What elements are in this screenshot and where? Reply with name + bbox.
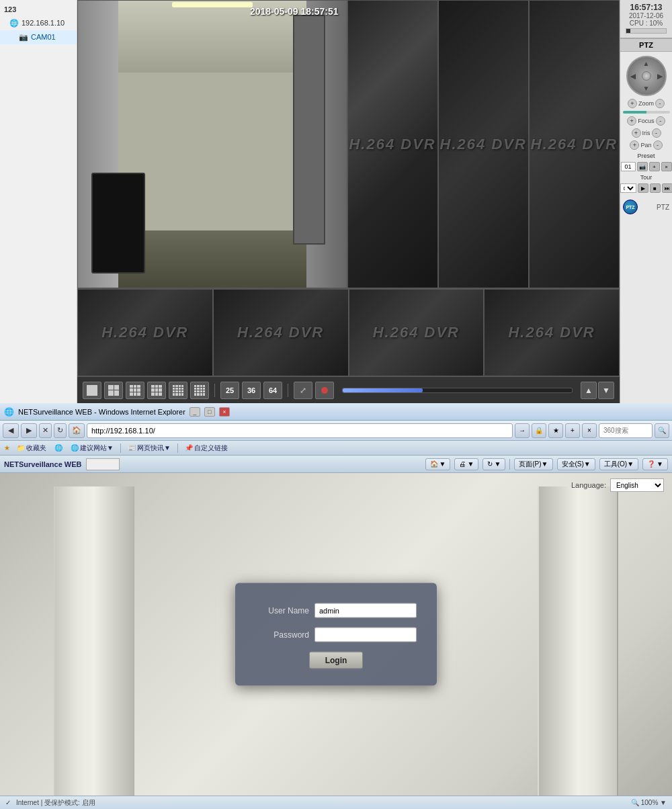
site-input	[86, 458, 120, 470]
address-bar[interactable]	[87, 423, 513, 438]
password-input[interactable]	[314, 628, 417, 642]
nav-down-button[interactable]: ▼	[598, 382, 614, 399]
tour-end-btn[interactable]: ⏭	[662, 183, 673, 193]
btn-36[interactable]: 36	[242, 382, 261, 399]
layout-multi-button[interactable]	[190, 382, 209, 399]
focus-minus-btn[interactable]: +	[627, 116, 636, 126]
ptz-controls: ▲ ▼ ◀ ▶ + Zoom - + Focus -	[620, 52, 672, 218]
ptz-center-btn[interactable]	[642, 71, 651, 81]
tour-stop-btn[interactable]: ■	[650, 183, 661, 193]
expand-button[interactable]: ⤢	[294, 382, 312, 399]
refresh-tb-btn[interactable]: ↻▼	[482, 458, 505, 470]
bm-separator-2	[177, 443, 178, 453]
add-btn[interactable]: +	[565, 423, 580, 438]
zoom-slider[interactable]	[623, 111, 670, 114]
search-btn[interactable]: 🔍	[655, 423, 669, 438]
monitor	[91, 173, 145, 273]
pan-row: + Pan -	[630, 140, 662, 150]
login-btn-row: Login	[255, 652, 417, 669]
favorites-btn[interactable]: ★	[548, 423, 563, 438]
tools-tb-btn[interactable]: 工具(O)▼	[599, 458, 638, 470]
layout-4-button[interactable]	[104, 382, 123, 399]
home-button[interactable]: 🏠	[69, 423, 85, 438]
pan-plus-btn[interactable]: -	[653, 140, 663, 150]
bm-webslice[interactable]: 📰 网页快讯▼	[125, 442, 173, 454]
bm-icon1[interactable]: 🌐	[52, 442, 65, 454]
print-tb-btn[interactable]: 🖨▼	[454, 458, 478, 470]
zoom-plus-btn[interactable]: -	[655, 99, 665, 108]
expand-icon: ⤢	[300, 386, 306, 395]
bm-suggest[interactable]: 🌐 建议网站▼	[68, 442, 116, 454]
browser-titlebar: 🌐 NETSurveillance WEB - Windows Internet…	[0, 403, 672, 421]
layout-12-button[interactable]	[147, 382, 166, 399]
dvr-date: 2017-12-06	[623, 12, 669, 19]
main-camera-feed[interactable]: 2018-05-09 18:57:51	[77, 0, 347, 288]
pan-minus-btn[interactable]: +	[630, 140, 639, 150]
bottom-camera-3[interactable]: H.264 DVR	[349, 289, 485, 376]
stop-button[interactable]: ✕	[39, 423, 52, 438]
iris-minus-btn[interactable]: +	[632, 128, 641, 138]
bottom-camera-2[interactable]: H.264 DVR	[213, 289, 349, 376]
iris-plus-btn[interactable]: -	[652, 128, 661, 138]
side-camera-3[interactable]: H.264 DVR	[529, 0, 620, 288]
btn-64[interactable]: 64	[263, 382, 282, 399]
bottom-camera-1[interactable]: H.264 DVR	[77, 289, 213, 376]
close-button[interactable]: ×	[219, 407, 230, 417]
dvr-watermark-4: H.264 DVR	[101, 324, 188, 341]
ptz-label: PTZ	[620, 38, 672, 52]
side-camera-1[interactable]: H.264 DVR	[347, 0, 438, 288]
zoom-slider-row	[623, 111, 670, 114]
password-row: Password	[255, 628, 417, 642]
status-text: ✓	[5, 799, 11, 806]
bottom-camera-4[interactable]: H.264 DVR	[484, 289, 620, 376]
camera-timestamp: 2018-05-09 18:57:51	[250, 6, 339, 17]
restore-button[interactable]: □	[204, 407, 215, 417]
help-tb-btn[interactable]: ❓▼	[642, 458, 668, 470]
camera-icon: 📷	[19, 33, 28, 41]
preset-save-btn[interactable]: +	[649, 162, 660, 171]
preset-input[interactable]	[621, 162, 636, 171]
security-icon-btn[interactable]: 🔒	[532, 423, 546, 438]
side-camera-2[interactable]: H.264 DVR	[438, 0, 529, 288]
safety-tb-btn[interactable]: 安全(S)▼	[557, 458, 595, 470]
minimize-button[interactable]: _	[190, 407, 200, 417]
home-tb-btn[interactable]: 🏠▼	[425, 458, 451, 470]
nav-up-button[interactable]: ▲	[581, 382, 597, 399]
bookmarks-favorites[interactable]: 📁 收藏夹	[14, 442, 49, 454]
top-row: 2018-05-09 18:57:51 H.264 DVR H.264 DVR …	[77, 0, 620, 289]
bm-custom[interactable]: 📌 自定义链接	[182, 442, 230, 454]
progress-bar[interactable]	[342, 388, 573, 393]
preset-delete-btn[interactable]: ×	[661, 162, 672, 171]
tour-play-btn[interactable]: ▶	[638, 183, 648, 193]
go-button[interactable]: →	[515, 423, 530, 438]
record-button[interactable]	[315, 382, 334, 399]
zoom-minus-btn[interactable]: +	[628, 99, 637, 108]
close-tab-btn[interactable]: ×	[582, 423, 597, 438]
layout-16-button[interactable]	[169, 382, 187, 399]
username-input[interactable]	[314, 603, 417, 618]
focus-plus-btn[interactable]: -	[656, 116, 665, 126]
layout-1-button[interactable]	[83, 382, 101, 399]
btn-25[interactable]: 25	[220, 382, 239, 399]
tools-tb-label: 工具(O)▼	[604, 460, 634, 469]
refresh-button[interactable]: ↻	[54, 423, 67, 438]
right-ptz-panel: 16:57:13 2017-12-06 CPU : 10% PTZ ▲ ▼ ◀ …	[620, 0, 672, 403]
cpu-label: CPU : 10%	[623, 19, 669, 27]
tree-cam[interactable]: 📷CAM01	[0, 30, 77, 44]
camera-image	[78, 1, 347, 288]
ptz-globe[interactable]: PTZ	[623, 200, 638, 214]
page-tb-btn[interactable]: 页面(P)▼	[514, 458, 552, 470]
bookmarks-bar: ★ 📁 收藏夹 🌐 🌐 建议网站▼ 📰 网页快讯▼ 📌 自定义链接	[0, 441, 672, 456]
tour-select[interactable]: 01	[620, 183, 636, 193]
ptz-directional[interactable]: ▲ ▼ ◀ ▶	[626, 56, 667, 96]
language-select[interactable]: English Chinese	[610, 478, 664, 492]
login-button[interactable]: Login	[309, 652, 363, 669]
help-tb-icon: ❓	[647, 460, 655, 468]
back-button[interactable]: ◀	[3, 423, 19, 438]
bm-suggest-label: 建议网站▼	[80, 443, 114, 453]
search-bar[interactable]	[599, 423, 653, 438]
forward-button[interactable]: ▶	[21, 423, 37, 438]
preset-camera-btn[interactable]: 📷	[637, 162, 648, 171]
layout-9-button[interactable]	[126, 382, 144, 399]
username-label: User Name	[255, 606, 309, 615]
